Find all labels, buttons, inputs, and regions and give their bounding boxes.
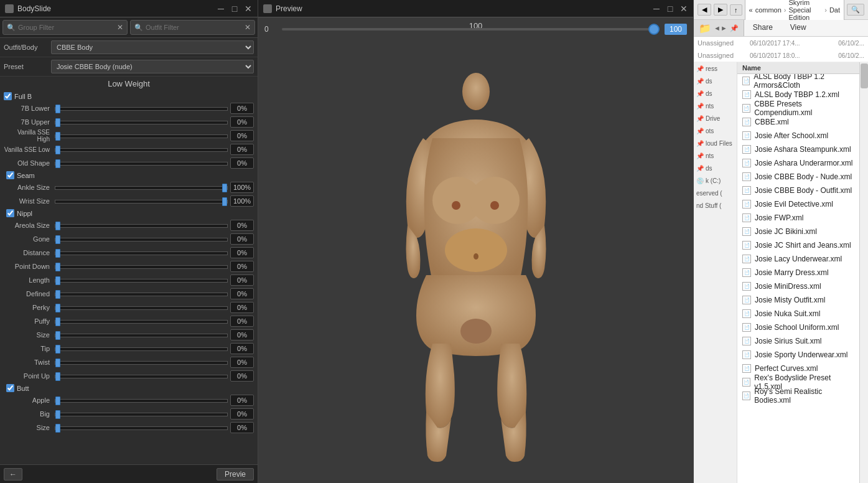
slider-input-twist[interactable] [55, 361, 228, 365]
slider-input-2[interactable] [55, 134, 228, 138]
file-icon-9: 📄 [742, 200, 751, 209]
file-item-7[interactable]: 📄 Josie CBBE Body - Nude.xml [737, 170, 859, 184]
slider-input-distance[interactable] [55, 251, 228, 255]
file-icon-16: 📄 [742, 296, 751, 304]
full-build-checkbox[interactable] [4, 92, 12, 100]
preset-select[interactable]: Josie CBBE Body (nude) [51, 60, 254, 73]
slider-input-areola[interactable] [55, 224, 228, 228]
slider-row-tip: Tip 0% [2, 342, 255, 355]
group-filter-clear-icon[interactable]: ✕ [117, 23, 123, 32]
slider-input-0[interactable] [55, 107, 228, 111]
slider-row-areola: Areola Size 0% [2, 218, 255, 232]
file-item-19[interactable]: 📄 Josie Sirius Suit.xml [737, 334, 859, 348]
slider-input-wrist[interactable] [55, 200, 228, 204]
pin-icon-nts: 📌 [696, 103, 704, 110]
quick-item-ds3[interactable]: 📌 ds [694, 162, 737, 174]
explorer-up-button[interactable]: ↑ [730, 4, 742, 16]
slider-input-length[interactable] [55, 279, 228, 283]
slider-input-defined[interactable] [55, 293, 228, 296]
quick-item-ots[interactable]: 📌 ots [694, 124, 737, 137]
file-item-11[interactable]: 📄 Josie JC Bikini.xml [737, 225, 859, 238]
file-item-2[interactable]: 📄 CBBE Presets Compendium.xml [737, 101, 859, 115]
group-filter-input[interactable] [18, 24, 114, 31]
outfit-body-select[interactable]: CBBE Body [51, 40, 254, 54]
file-item-8[interactable]: 📄 Josie CBBE Body - Outfit.xml [737, 184, 859, 197]
slider-input-4[interactable] [55, 162, 228, 166]
pin-icon-ress: 📌 [696, 65, 704, 72]
outfit-filter-clear-icon[interactable]: ✕ [245, 23, 251, 32]
file-item-20[interactable]: 📄 Josie Sporty Underwear.xml [737, 348, 859, 362]
butt-checkbox[interactable] [6, 384, 14, 392]
file-item-23[interactable]: 📄 Roy's Semi Realistic Bodies.xml [737, 389, 859, 403]
preview-close-button[interactable]: ✕ [679, 4, 688, 13]
quick-item-nts2[interactable]: 📌 nts [694, 149, 737, 162]
slider-input-puffy[interactable] [55, 320, 228, 324]
file-item-6[interactable]: 📄 Josie Ashara Underarmor.xml [737, 156, 859, 170]
explorer-forward-button[interactable]: ▶ [714, 4, 727, 16]
file-item-0[interactable]: 📄 ALSL Body TBBP 1.2 Armors&Cloth [737, 74, 859, 88]
file-item-10[interactable]: 📄 Josie FWP.xml [737, 211, 859, 225]
slider-input-3[interactable] [55, 148, 228, 152]
slider-input-perky[interactable] [55, 306, 228, 310]
file-item-13[interactable]: 📄 Josie Lacy Underwear.xml [737, 252, 859, 266]
seam-checkbox[interactable] [6, 171, 14, 179]
tab-share[interactable]: Share [744, 20, 782, 36]
quick-item-drive[interactable]: 📌 Drive [694, 112, 737, 124]
slider-input-gone[interactable] [55, 238, 228, 242]
slider-row-buttsize: Size 0% [2, 421, 255, 434]
explorer-back-button[interactable]: ◀ [698, 4, 711, 16]
file-item-15[interactable]: 📄 Josie MiniDress.xml [737, 279, 859, 293]
quick-item-ds2[interactable]: 📌 ds [694, 87, 737, 100]
arrow-left-button[interactable]: ← [4, 468, 22, 481]
file-item-5[interactable]: 📄 Josie Ashara Steampunk.xml [737, 143, 859, 156]
file-item-18[interactable]: 📄 Josie School Uniform.xml [737, 321, 859, 334]
butt-row: Butt [2, 383, 255, 393]
slider-input-pointup[interactable] [55, 375, 228, 378]
slider-input-1[interactable] [55, 121, 228, 124]
file-item-14[interactable]: 📄 Josie Marry Dress.xml [737, 266, 859, 279]
slider-input-buttsize[interactable] [55, 426, 228, 430]
quick-item-ress[interactable]: 📌 ress [694, 62, 737, 75]
file-item-12[interactable]: 📄 Josie JC Shirt and Jeans.xml [737, 238, 859, 252]
slider-input-pointdown[interactable] [55, 265, 228, 269]
scrollbar-thumb[interactable] [861, 63, 868, 88]
preview-button[interactable]: Previe [217, 468, 254, 481]
file-item-3[interactable]: 📄 CBBE.xml [737, 115, 859, 129]
slider-input-tip[interactable] [55, 347, 228, 351]
quick-item-nts[interactable]: 📌 nts [694, 100, 737, 112]
slider-row-ankle: Ankle Size 100% [2, 181, 255, 194]
close-button[interactable]: ✕ [244, 4, 253, 13]
slider-row-4: Old Shape 0% [2, 156, 255, 170]
nipple-checkbox[interactable] [6, 209, 14, 217]
svg-point-4 [452, 201, 460, 210]
preview-maximize-button[interactable]: □ [666, 4, 674, 13]
quick-item-kc[interactable]: 💿 k (C:) [694, 174, 737, 187]
preview-body[interactable]: 0 100 100 [258, 17, 693, 483]
quick-item-stuff[interactable]: nd Stuff ( [694, 199, 737, 212]
slider-row-size: Size 0% [2, 328, 255, 342]
slider-track-wrap-twist [55, 358, 228, 367]
file-item-16[interactable]: 📄 Josie Misty Outfit.xml [737, 293, 859, 307]
maximize-button[interactable]: □ [230, 4, 239, 13]
slider-track-wrap-pointup [55, 372, 228, 380]
slider-input-ankle[interactable] [55, 186, 228, 190]
scrollbar[interactable] [859, 62, 868, 483]
slider-input-size[interactable] [55, 334, 228, 337]
svg-point-6 [445, 228, 507, 272]
quick-item-ds1[interactable]: 📌 ds [694, 75, 737, 87]
minimize-button[interactable]: ─ [217, 4, 225, 13]
tab-view[interactable]: View [782, 20, 815, 36]
outfit-filter-input[interactable] [146, 24, 242, 31]
file-name-23: Roy's Semi Realistic Bodies.xml [754, 387, 854, 405]
preview-weight-slider[interactable] [282, 28, 660, 30]
quick-item-reserved[interactable]: eserved ( [694, 187, 737, 199]
preview-minimize-button[interactable]: ─ [652, 4, 661, 13]
file-item-17[interactable]: 📄 Josie Nuka Suit.xml [737, 307, 859, 321]
explorer-search-button[interactable]: 🔍 [847, 4, 864, 16]
slider-input-apple[interactable] [55, 399, 228, 403]
unassigned-label-0: Unassigned [698, 39, 747, 47]
file-item-9[interactable]: 📄 Josie Evil Detective.xml [737, 197, 859, 211]
file-item-4[interactable]: 📄 Josie After School.xml [737, 129, 859, 143]
quick-item-loud[interactable]: 📌 loud Files [694, 137, 737, 149]
slider-input-big[interactable] [55, 413, 228, 416]
